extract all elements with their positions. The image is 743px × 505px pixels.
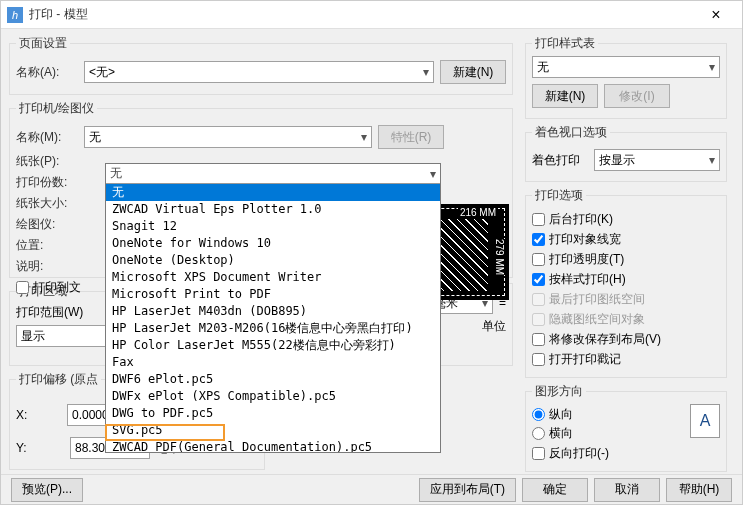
dropdown-item[interactable]: DWF6 ePlot.pc5 xyxy=(106,371,440,388)
orient-portrait[interactable]: 纵向 xyxy=(532,406,680,423)
orient-legend: 图形方向 xyxy=(532,383,586,400)
close-button[interactable]: × xyxy=(696,2,736,28)
orient-landscape[interactable]: 横向 xyxy=(532,425,680,442)
dropdown-item[interactable]: SVG.pc5 xyxy=(106,422,440,439)
dropdown-item[interactable]: DWG to PDF.pc5 xyxy=(106,405,440,422)
dropdown-item[interactable]: Microsoft XPS Document Writer xyxy=(106,269,440,286)
app-icon: h xyxy=(7,7,23,23)
dropdown-item[interactable]: Microsoft Print to PDF xyxy=(106,286,440,303)
orient-group: 图形方向 纵向 横向 反向打印(-) A xyxy=(525,383,727,472)
style-edit-button[interactable]: 修改(I) xyxy=(604,84,670,108)
dropdown-selected[interactable]: 无 xyxy=(106,164,440,184)
opt-save-check[interactable]: 将修改保存到布局(V) xyxy=(532,331,720,348)
apply-button[interactable]: 应用到布局(T) xyxy=(419,478,516,502)
preview-height: 279 MM xyxy=(494,239,505,275)
offset-legend: 打印偏移 (原点 xyxy=(16,371,101,388)
unit-label: 单位 xyxy=(482,318,506,335)
window-title: 打印 - 模型 xyxy=(29,6,696,23)
dropdown-item[interactable]: Fax xyxy=(106,354,440,371)
dropdown-item[interactable]: HP Color LaserJet M555(22楼信息中心旁彩打) xyxy=(106,337,440,354)
dropdown-item[interactable]: HP LaserJet M203-M206(16楼信息中心旁黑白打印) xyxy=(106,320,440,337)
footer: 预览(P)... 应用到布局(T) 确定 取消 帮助(H) xyxy=(1,474,742,504)
dropdown-item[interactable]: OneNote for Windows 10 xyxy=(106,235,440,252)
plotter-dropdown[interactable]: 无 无ZWCAD Virtual Eps Plotter 1.0Snagit 1… xyxy=(105,163,441,453)
dropdown-item[interactable]: HP LaserJet M403dn (DOB895) xyxy=(106,303,440,320)
ok-button[interactable]: 确定 xyxy=(522,478,588,502)
opt-lw-check[interactable]: 打印对象线宽 xyxy=(532,231,720,248)
dropdown-item[interactable]: OneNote (Desktop) xyxy=(106,252,440,269)
viewport-group: 着色视口选项 着色打印 按显示 xyxy=(525,124,727,182)
dropdown-item[interactable]: ZWCAD Virtual Eps Plotter 1.0 xyxy=(106,201,440,218)
offset-x-label: X: xyxy=(16,408,61,422)
opt-trans-check[interactable]: 打印透明度(T) xyxy=(532,251,720,268)
cancel-button[interactable]: 取消 xyxy=(594,478,660,502)
opt-last-check[interactable]: 最后打印图纸空间 xyxy=(532,291,720,308)
page-setup-legend: 页面设置 xyxy=(16,35,70,52)
shade-combo[interactable]: 按显示 xyxy=(594,149,720,171)
plotter-name-combo[interactable]: 无 xyxy=(84,126,372,148)
pagesetup-new-button[interactable]: 新建(N) xyxy=(440,60,506,84)
pagesetup-name-label: 名称(A): xyxy=(16,64,78,81)
dropdown-item[interactable]: ZWCAD PDF(General Documentation).pc5 xyxy=(106,439,440,453)
opt-style-check[interactable]: 按样式打印(H) xyxy=(532,271,720,288)
opt-stamp-check[interactable]: 打开打印戳记 xyxy=(532,351,720,368)
paper-label: 纸张(P): xyxy=(16,153,78,170)
pagesetup-name-combo[interactable]: <无> xyxy=(84,61,434,83)
preview-button[interactable]: 预览(P)... xyxy=(11,478,83,502)
device-label: 绘图仪: xyxy=(16,216,78,233)
options-group: 打印选项 后台打印(K) 打印对象线宽 打印透明度(T) 按样式打印(H) 最后… xyxy=(525,187,727,378)
page-setup-group: 页面设置 名称(A): <无> 新建(N) xyxy=(9,35,513,95)
copies-label: 打印份数: xyxy=(16,174,78,191)
dropdown-item[interactable]: DWFx ePlot (XPS Compatible).pc5 xyxy=(106,388,440,405)
plotter-legend: 打印机/绘图仪 xyxy=(16,100,97,117)
orient-reverse[interactable]: 反向打印(-) xyxy=(532,445,680,462)
plotter-name-label: 名称(M): xyxy=(16,129,78,146)
style-legend: 打印样式表 xyxy=(532,35,598,52)
help-button[interactable]: 帮助(H) xyxy=(666,478,732,502)
titlebar: h 打印 - 模型 × xyxy=(1,1,742,29)
options-legend: 打印选项 xyxy=(532,187,586,204)
orientation-icon: A xyxy=(690,404,720,438)
viewport-legend: 着色视口选项 xyxy=(532,124,610,141)
style-combo[interactable]: 无 xyxy=(532,56,720,78)
plotter-props-button[interactable]: 特性(R) xyxy=(378,125,444,149)
location-label: 位置: xyxy=(16,237,78,254)
papersize-label: 纸张大小: xyxy=(16,195,78,212)
desc-label: 说明: xyxy=(16,258,78,275)
opt-bg-check[interactable]: 后台打印(K) xyxy=(532,211,720,228)
preview-width: 216 MM xyxy=(458,207,498,218)
opt-hide-check[interactable]: 隐藏图纸空间对象 xyxy=(532,311,720,328)
shade-label: 着色打印 xyxy=(532,152,588,169)
offset-y-label: Y: xyxy=(16,441,64,455)
dropdown-item[interactable]: 无 xyxy=(106,184,440,201)
style-group: 打印样式表 无 新建(N) 修改(I) xyxy=(525,35,727,119)
style-new-button[interactable]: 新建(N) xyxy=(532,84,598,108)
dropdown-item[interactable]: Snagit 12 xyxy=(106,218,440,235)
